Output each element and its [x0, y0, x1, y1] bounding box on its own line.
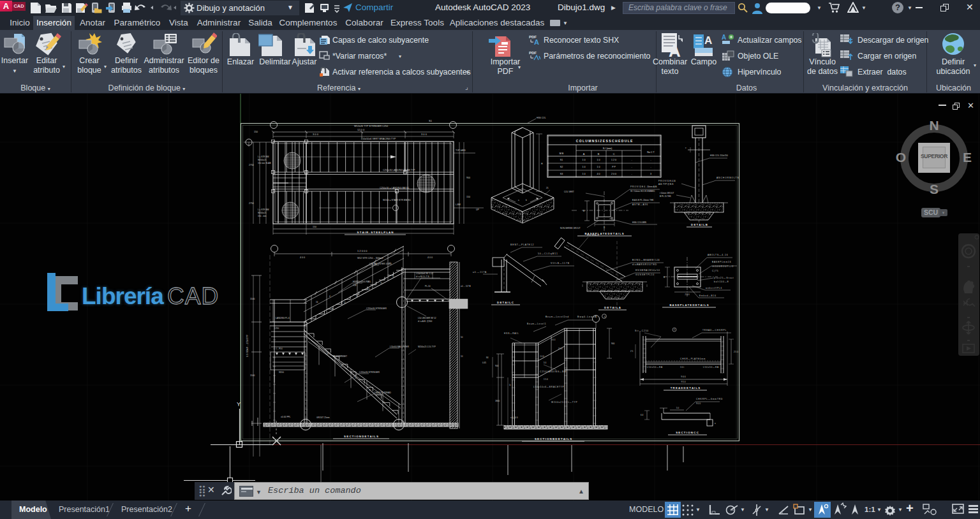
- svg-text:C: C: [389, 262, 391, 265]
- svg-text:50: 50: [461, 336, 463, 339]
- svg-text:±0.00 FFL: ±0.00 FFL: [281, 416, 291, 418]
- svg-text:W200x21: W200x21: [258, 212, 267, 214]
- svg-text:1 0: 1 0: [597, 166, 600, 168]
- svg-text:L50 LEDGER W/ 12: L50 LEDGER W/ 12: [418, 317, 436, 319]
- svg-text:E m b e d — B 1 6: E m b e d — B 1 6: [699, 295, 716, 297]
- svg-text:1r: 1r: [509, 384, 511, 386]
- svg-text:p r o v 2 5 — G r o u t: p r o v 2 5 — G r o u t: [714, 277, 734, 279]
- svg-text:L-BM: L-BM: [456, 203, 461, 206]
- svg-text:P P: P P: [612, 166, 616, 168]
- svg-text:A B O L T S — 4 - 1 6: A B O L T S — 4 - 1 6: [708, 254, 728, 256]
- svg-text:L = STR BM: L = STR BM: [258, 156, 269, 158]
- svg-text:150 mm SLAB: 150 mm SLAB: [258, 162, 271, 164]
- svg-text:B: B: [598, 153, 600, 156]
- svg-text:W12x26 TYP STRINGER C250: W12x26 TYP STRINGER C250: [354, 125, 388, 128]
- svg-text:W 2 0 0 x 2 1 C O L — T Y P: W 2 0 0 x 2 1 C O L — T Y P: [551, 401, 577, 404]
- svg-text:9 5 0: 9 5 0: [681, 381, 685, 383]
- svg-text:CHKR PL TREAD: CHKR PL TREAD: [374, 391, 391, 394]
- svg-text:2750: 2750: [249, 164, 254, 166]
- svg-text:T R E A D D E T A I L S: T R E A D D E T A I L S: [671, 386, 701, 390]
- svg-text:C O L U M N S I Z E S S C H: C O L U M N S I Z E S S C H E D U L E: [576, 139, 633, 143]
- svg-text:-: -: [631, 173, 632, 175]
- svg-text:W / 50mm HOOK EMBED: W / 50mm HOOK EMBED: [630, 190, 655, 193]
- svg-text:v: v: [685, 147, 687, 149]
- svg-text:L50x50x6 VERT BRACING TYP: L50x50x6 VERT BRACING TYP: [361, 138, 396, 140]
- svg-text:D E T A I L B: D E T A I L B: [691, 223, 708, 226]
- svg-text:1 0 0: 1 0 0: [540, 355, 544, 358]
- svg-text:L = STR BM: L = STR BM: [258, 208, 269, 211]
- svg-text:1 0 t: 1 0 t: [680, 366, 684, 369]
- svg-text:W200x21 COL TYP: W200x21 COL TYP: [418, 346, 436, 348]
- svg-text:2 5: 2 5: [630, 350, 634, 353]
- svg-text:S1: S1: [560, 159, 563, 161]
- svg-text:B e a m — L e v e l 1: B e a m — L e v e l 1: [527, 323, 546, 325]
- svg-text:150: 150: [466, 196, 470, 198]
- svg-text:-: -: [631, 166, 632, 168]
- svg-text:1 2 0 0 0: 1 2 0 0 0: [357, 249, 368, 252]
- svg-text:C H K R P L — 6 m m T R D: C H K R P L — 6 m m T R D: [696, 398, 723, 400]
- svg-text:B A S E P L m m 1 6: B A S E P L m m 1 6: [712, 261, 731, 263]
- svg-text:C 2 5 0 L A N D I N G — B M: C 2 5 0 L A N D I N G — B M: [540, 370, 566, 373]
- svg-text:1 0: 1 0: [597, 159, 600, 161]
- svg-text:L50x50x6 W/ 2-12: L50x50x6 W/ 2-12: [416, 272, 433, 275]
- svg-text:1 2 0: 1 2 0: [611, 159, 616, 161]
- svg-text:d i a A.B. @300: d i a A.B. @300: [418, 320, 432, 323]
- svg-text:L 5 0 x 5 0 — E A: L 5 0 x 5 0 — E A: [703, 366, 719, 369]
- svg-text:a 0 . — 1 1 7 A: a 0 . — 1 1 7 A: [473, 271, 487, 274]
- svg-text:TYP: TYP: [353, 284, 357, 287]
- svg-text:C250: C250: [274, 327, 279, 330]
- svg-text:6 4: 6 4: [641, 414, 644, 416]
- svg-text:Librería: Librería: [82, 283, 164, 309]
- svg-text:C250x30 STRINGER: C250x30 STRINGER: [366, 307, 387, 310]
- svg-text:V O I r B — 1 1 7 B: V O I r B — 1 1 7 B: [551, 262, 570, 265]
- svg-text:900: 900: [495, 365, 499, 367]
- svg-text:150: 150: [254, 131, 258, 133]
- svg-text:S / (mm): S / (mm): [603, 147, 612, 150]
- svg-text:S1: S1: [429, 119, 433, 122]
- svg-text:1 0: 1 0: [583, 159, 586, 161]
- svg-text:B E N T — P L A T E 1 2: B E N T — P L A T E 1 2: [510, 244, 534, 246]
- svg-text:A S T M — A 3 6: A S T M — A 3 6: [632, 203, 648, 206]
- svg-text:5 0: 5 0: [544, 362, 547, 364]
- svg-text:B: B: [583, 210, 584, 212]
- svg-text:PL-10: PL-10: [425, 285, 431, 288]
- svg-text:S E C T I O N D E T A I L S: S E C T I O N D E T A I L S: [344, 435, 378, 438]
- svg-text:L - PL6: L - PL6: [276, 347, 283, 350]
- svg-text:-: -: [650, 159, 651, 161]
- svg-text:b: b: [526, 199, 527, 201]
- svg-text:a: a: [715, 422, 716, 425]
- svg-text:9 0 0: 9 0 0: [696, 402, 701, 405]
- svg-text:C H K R — P L A T E 6 m m: C H K R — P L A T E 6 m m: [680, 358, 706, 360]
- svg-text:9 0 0: 9 0 0: [681, 376, 686, 378]
- svg-text:NON-SHRINK GROUT: NON-SHRINK GROUT: [560, 227, 581, 230]
- svg-text:4 0 0: 4 0 0: [427, 256, 433, 259]
- svg-text:S E C T I O N C C: S E C T I O N C C: [676, 431, 699, 434]
- svg-text:1 0: 1 0: [583, 173, 586, 175]
- svg-text:B O N D — B E A M W / 1-16: B O N D — B E A M W / 1-16: [632, 259, 660, 261]
- svg-text:T R E A D — C H K R P L: T R E A D — C H K R P L: [702, 329, 727, 332]
- svg-text:16: 16: [316, 301, 318, 303]
- svg-text:A: A: [704, 34, 712, 47]
- svg-text:UP: UP: [476, 208, 479, 211]
- svg-text:b o l t 1 0 0 — E: b o l t 1 0 0 — E: [714, 281, 729, 283]
- svg-text:w e b s t i f f P L 6: w e b s t i f f P L 6: [706, 287, 722, 289]
- svg-text:A: A: [722, 34, 726, 41]
- svg-text:900: 900: [611, 342, 615, 345]
- svg-text:5 0 — C L O q M 1 1: 5 0 — C L O q M 1 1: [538, 252, 558, 255]
- svg-text:900: 900: [466, 177, 470, 179]
- svg-text:B: B: [604, 226, 605, 229]
- svg-text:H S S — R A I L: H S S — R A I L: [504, 332, 519, 335]
- svg-text:B A S E PL 20mm THK: B A S E PL 20mm THK: [632, 199, 654, 201]
- svg-text:No C T: No C T: [647, 151, 655, 154]
- svg-text:0.45: 0.45: [482, 362, 486, 364]
- svg-text:HSS COL 150x150: HSS COL 150x150: [710, 154, 728, 157]
- svg-text:G U S S E T P L 1 0: G U S S E T P L 1 0: [635, 274, 654, 276]
- svg-text:S2: S2: [560, 166, 563, 168]
- svg-text:4 0: 4 0: [597, 173, 600, 175]
- svg-text:W200 = STAIR STR BM S1: W200 = STAIR STR BM S1: [383, 199, 411, 201]
- svg-text:150: 150: [313, 226, 316, 228]
- svg-text:4 0 0: 4 0 0: [300, 256, 305, 259]
- svg-text:A: A: [583, 153, 585, 156]
- svg-text:2 0 0: 2 0 0: [685, 293, 689, 296]
- svg-text:L50 BALUSTER @300: L50 BALUSTER @300: [369, 263, 392, 265]
